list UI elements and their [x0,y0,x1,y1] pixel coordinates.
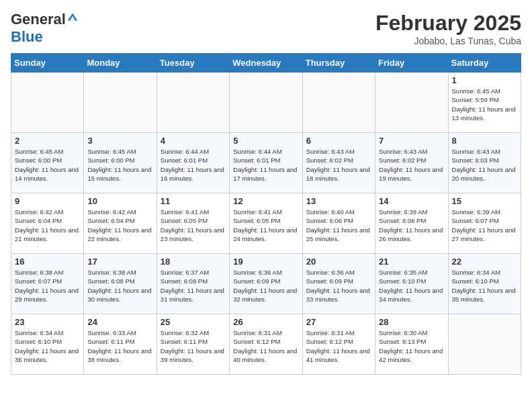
day-number: 26 [233,317,298,327]
logo-blue-text: Blue [11,28,43,46]
calendar-cell: 23Sunrise: 6:34 AM Sunset: 6:10 PM Dayli… [11,314,84,375]
weekday-header-row: SundayMondayTuesdayWednesdayThursdayFrid… [11,54,521,73]
calendar-cell: 20Sunrise: 6:36 AM Sunset: 6:09 PM Dayli… [302,254,375,314]
day-number: 10 [87,196,152,206]
day-info: Sunrise: 6:44 AM Sunset: 6:01 PM Dayligh… [233,147,298,183]
calendar-cell: 26Sunrise: 6:31 AM Sunset: 6:12 PM Dayli… [230,314,302,375]
calendar-cell: 24Sunrise: 6:33 AM Sunset: 6:11 PM Dayli… [84,314,157,375]
logo: General Blue [11,11,79,46]
day-number: 16 [15,257,80,267]
calendar-cell: 21Sunrise: 6:35 AM Sunset: 6:10 PM Dayli… [375,254,448,314]
day-info: Sunrise: 6:40 AM Sunset: 6:06 PM Dayligh… [306,208,371,243]
day-info: Sunrise: 6:36 AM Sunset: 6:09 PM Dayligh… [233,268,298,304]
calendar-cell: 19Sunrise: 6:36 AM Sunset: 6:09 PM Dayli… [230,254,302,314]
calendar-cell: 13Sunrise: 6:40 AM Sunset: 6:06 PM Dayli… [302,193,375,254]
weekday-header-sunday: Sunday [11,54,84,73]
day-number: 13 [306,196,371,206]
weekday-header-saturday: Saturday [448,54,521,73]
day-info: Sunrise: 6:43 AM Sunset: 6:02 PM Dayligh… [379,147,444,183]
day-info: Sunrise: 6:39 AM Sunset: 6:07 PM Dayligh… [452,208,517,243]
day-info: Sunrise: 6:43 AM Sunset: 6:03 PM Dayligh… [452,147,517,183]
day-info: Sunrise: 6:33 AM Sunset: 6:11 PM Dayligh… [87,328,152,364]
day-number: 14 [379,196,444,206]
calendar-week-row: 2Sunrise: 6:45 AM Sunset: 6:00 PM Daylig… [11,133,521,193]
calendar-cell: 8Sunrise: 6:43 AM Sunset: 6:03 PM Daylig… [448,133,521,193]
day-number: 24 [87,317,152,327]
logo-icon [66,11,79,23]
logo-general-text: General [11,11,66,28]
day-number: 19 [233,257,298,267]
calendar-cell: 28Sunrise: 6:30 AM Sunset: 6:13 PM Dayli… [375,314,448,375]
day-number: 4 [161,136,226,146]
month-title: February 2025 [375,11,521,36]
day-info: Sunrise: 6:34 AM Sunset: 6:10 PM Dayligh… [452,268,517,304]
day-info: Sunrise: 6:42 AM Sunset: 6:04 PM Dayligh… [87,208,152,243]
calendar-cell: 12Sunrise: 6:41 AM Sunset: 6:05 PM Dayli… [230,193,302,254]
day-info: Sunrise: 6:36 AM Sunset: 6:09 PM Dayligh… [306,268,371,304]
day-info: Sunrise: 6:41 AM Sunset: 6:05 PM Dayligh… [161,208,226,243]
weekday-header-monday: Monday [84,54,157,73]
day-number: 17 [87,257,152,267]
calendar-cell: 7Sunrise: 6:43 AM Sunset: 6:02 PM Daylig… [375,133,448,193]
calendar-cell: 27Sunrise: 6:31 AM Sunset: 6:12 PM Dayli… [302,314,375,375]
day-info: Sunrise: 6:42 AM Sunset: 6:04 PM Dayligh… [15,208,80,243]
day-number: 15 [452,196,517,206]
day-number: 8 [452,136,517,146]
day-number: 9 [15,196,80,206]
day-number: 25 [161,317,226,327]
weekday-header-tuesday: Tuesday [157,54,229,73]
calendar-cell: 5Sunrise: 6:44 AM Sunset: 6:01 PM Daylig… [230,133,302,193]
calendar-cell: 9Sunrise: 6:42 AM Sunset: 6:04 PM Daylig… [11,193,84,254]
calendar-cell [11,73,84,133]
calendar-cell: 17Sunrise: 6:38 AM Sunset: 6:08 PM Dayli… [84,254,157,314]
day-info: Sunrise: 6:32 AM Sunset: 6:11 PM Dayligh… [161,328,226,364]
day-number: 21 [379,257,444,267]
weekday-header-wednesday: Wednesday [230,54,302,73]
calendar-cell: 25Sunrise: 6:32 AM Sunset: 6:11 PM Dayli… [157,314,229,375]
day-info: Sunrise: 6:41 AM Sunset: 6:05 PM Dayligh… [233,208,298,243]
day-info: Sunrise: 6:35 AM Sunset: 6:10 PM Dayligh… [379,268,444,304]
calendar-cell: 3Sunrise: 6:45 AM Sunset: 6:00 PM Daylig… [84,133,157,193]
calendar-cell: 6Sunrise: 6:43 AM Sunset: 6:02 PM Daylig… [302,133,375,193]
day-info: Sunrise: 6:45 AM Sunset: 6:00 PM Dayligh… [15,147,80,183]
day-info: Sunrise: 6:39 AM Sunset: 6:06 PM Dayligh… [379,208,444,243]
day-info: Sunrise: 6:38 AM Sunset: 6:08 PM Dayligh… [87,268,152,304]
day-info: Sunrise: 6:44 AM Sunset: 6:01 PM Dayligh… [161,147,226,183]
calendar-week-row: 23Sunrise: 6:34 AM Sunset: 6:10 PM Dayli… [11,314,521,375]
day-info: Sunrise: 6:31 AM Sunset: 6:12 PM Dayligh… [306,328,371,364]
day-info: Sunrise: 6:43 AM Sunset: 6:02 PM Dayligh… [306,147,371,183]
calendar-week-row: 16Sunrise: 6:38 AM Sunset: 6:07 PM Dayli… [11,254,521,314]
day-number: 5 [233,136,298,146]
day-number: 27 [306,317,371,327]
calendar-cell: 1Sunrise: 6:45 AM Sunset: 5:59 PM Daylig… [448,73,521,133]
day-number: 11 [161,196,226,206]
day-number: 28 [379,317,444,327]
calendar-cell [157,73,229,133]
day-info: Sunrise: 6:38 AM Sunset: 6:07 PM Dayligh… [15,268,80,304]
day-info: Sunrise: 6:45 AM Sunset: 6:00 PM Dayligh… [87,147,152,183]
weekday-header-thursday: Thursday [302,54,375,73]
calendar-week-row: 9Sunrise: 6:42 AM Sunset: 6:04 PM Daylig… [11,193,521,254]
day-info: Sunrise: 6:31 AM Sunset: 6:12 PM Dayligh… [233,328,298,364]
calendar-cell [302,73,375,133]
calendar-cell: 11Sunrise: 6:41 AM Sunset: 6:05 PM Dayli… [157,193,229,254]
day-number: 3 [87,136,152,146]
day-number: 2 [15,136,80,146]
day-number: 18 [161,257,226,267]
day-info: Sunrise: 6:45 AM Sunset: 5:59 PM Dayligh… [452,87,517,122]
day-number: 7 [379,136,444,146]
day-info: Sunrise: 6:30 AM Sunset: 6:13 PM Dayligh… [379,328,444,364]
title-block: February 2025 Jobabo, Las Tunas, Cuba [375,11,521,46]
calendar-cell: 16Sunrise: 6:38 AM Sunset: 6:07 PM Dayli… [11,254,84,314]
day-number: 23 [15,317,80,327]
day-number: 1 [452,75,517,85]
day-number: 22 [452,257,517,267]
calendar-cell: 4Sunrise: 6:44 AM Sunset: 6:01 PM Daylig… [157,133,229,193]
calendar-cell: 22Sunrise: 6:34 AM Sunset: 6:10 PM Dayli… [448,254,521,314]
calendar-table: SundayMondayTuesdayWednesdayThursdayFrid… [11,53,521,375]
day-number: 12 [233,196,298,206]
weekday-header-friday: Friday [375,54,448,73]
day-info: Sunrise: 6:37 AM Sunset: 6:08 PM Dayligh… [161,268,226,304]
day-number: 20 [306,257,371,267]
calendar-cell [448,314,521,375]
